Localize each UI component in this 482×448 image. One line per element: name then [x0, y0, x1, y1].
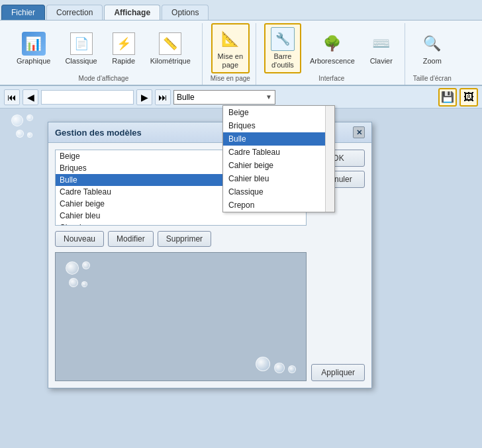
preview-area	[55, 252, 307, 381]
mise-en-page-icon: 📐	[218, 27, 242, 51]
dropdown-item-crepon[interactable]: Crepon	[223, 199, 334, 212]
rapide-icon: ⚡	[112, 32, 136, 56]
ribbon-group-taille-ecran: 🔍 Zoom Taille d'écran	[408, 23, 457, 85]
list-item-classique[interactable]: Classique	[56, 222, 306, 226]
tab-affichage[interactable]: Affichage	[104, 5, 160, 20]
zoom-label: Zoom	[423, 57, 442, 66]
ribbon-btn-rapide[interactable]: ⚡ Rapide	[106, 28, 142, 69]
ribbon-group-mode-affichage: Graphique 📄 Classique ⚡ Rapide 📏	[5, 23, 203, 85]
arborescence-icon: 🌳	[320, 32, 344, 56]
classique-icon: 📄	[70, 32, 93, 56]
nouveau-button[interactable]: Nouveau	[55, 231, 104, 247]
toolbar-save-icon-btn[interactable]: 💾	[438, 88, 457, 107]
preview-bubbles-tl	[65, 261, 91, 290]
dropdown-scrollbar[interactable]	[325, 106, 334, 212]
classique-label: Classique	[65, 57, 97, 66]
km-label: Kilométrique	[150, 57, 191, 66]
mise-en-page-label: Mise enpage	[218, 52, 244, 69]
nav-next-button[interactable]: ▶	[136, 89, 152, 105]
clavier-icon: ⌨️	[369, 32, 393, 56]
interface-label: Interface	[318, 73, 344, 85]
dropdown-item-bulle[interactable]: Bulle	[223, 132, 334, 146]
ribbon-btn-kilometrique[interactable]: 📏 Kilométrique	[144, 28, 197, 69]
rapide-label: Rapide	[112, 57, 135, 66]
barre-outils-icon: 🔧	[271, 27, 295, 51]
nav-input[interactable]	[41, 90, 134, 105]
modifier-button[interactable]: Modifier	[108, 231, 154, 247]
theme-select[interactable]: Bulle ▼	[173, 90, 275, 105]
toolbar-image-icon-btn[interactable]: 🖼	[459, 88, 478, 107]
ribbon-btn-mise-en-page[interactable]: 📐 Mise enpage	[211, 23, 250, 73]
select-arrow-icon: ▼	[265, 93, 272, 101]
dialog-close-button[interactable]: ✕	[353, 126, 365, 138]
supprimer-button[interactable]: Supprimer	[158, 231, 211, 247]
km-icon: 📏	[158, 32, 182, 56]
clavier-label: Clavier	[370, 57, 393, 66]
dialog-action-buttons: Nouveau Modifier Supprimer	[55, 231, 307, 247]
tab-fichier[interactable]: Fichier	[1, 5, 45, 20]
taille-ecran-label: Taille d'écran	[413, 73, 452, 85]
dialog-title: Gestion des modèles	[55, 128, 142, 138]
mise-en-page-group-label: Mise en page	[211, 73, 250, 85]
appliquer-button[interactable]: Appliquer	[311, 364, 365, 381]
dropdown-item-beige[interactable]: Beige	[223, 106, 334, 119]
ribbon-btn-barre-outils[interactable]: 🔧 Barred'outils	[264, 23, 301, 73]
dropdown-item-classique[interactable]: Classique	[223, 185, 334, 199]
dropdown-item-briques[interactable]: Briques	[223, 119, 334, 132]
ribbon-btn-arborescence[interactable]: 🌳 Arborescence	[304, 28, 361, 69]
graphique-icon	[22, 32, 46, 56]
ribbon-group-mise-en-page: 📐 Mise enpage Mise en page	[205, 23, 256, 85]
select-value: Bulle	[177, 93, 195, 102]
tab-correction[interactable]: Correction	[46, 5, 103, 20]
barre-outils-label: Barred'outils	[271, 52, 294, 69]
zoom-icon: 🔍	[420, 32, 444, 56]
mode-affichage-label: Mode d'affichage	[79, 73, 129, 85]
theme-dropdown-list: Beige Briques Bulle Cadre Tableau Cahier…	[222, 105, 335, 212]
ribbon-btn-classique[interactable]: 📄 Classique	[59, 28, 103, 69]
ribbon-tabs: Fichier Correction Affichage Options	[0, 0, 482, 20]
ribbon-btn-graphique[interactable]: Graphique	[11, 28, 56, 69]
ribbon-btn-zoom[interactable]: 🔍 Zoom	[414, 28, 450, 69]
nav-prev-button[interactable]: ◀	[23, 89, 38, 105]
arborescence-label: Arborescence	[310, 57, 355, 66]
dropdown-item-cadre-tableau[interactable]: Cadre Tableau	[223, 146, 334, 159]
nav-first-button[interactable]: ⏮	[4, 89, 20, 105]
graphique-label: Graphique	[17, 57, 50, 66]
tab-options[interactable]: Options	[162, 5, 209, 20]
ribbon-group-interface: 🔧 Barred'outils 🌳 Arborescence ⌨️ Clavie…	[259, 23, 405, 85]
dropdown-item-cahier-beige[interactable]: Cahier beige	[223, 159, 334, 172]
ribbon: Graphique 📄 Classique ⚡ Rapide 📏	[0, 20, 482, 86]
preview-bubbles-br	[255, 356, 297, 374]
decorative-bubbles-tl	[11, 114, 34, 140]
ribbon-btn-clavier[interactable]: ⌨️ Clavier	[363, 28, 399, 69]
dropdown-item-cahier-bleu[interactable]: Cahier bleu	[223, 172, 334, 185]
nav-last-button[interactable]: ⏭	[155, 89, 171, 105]
